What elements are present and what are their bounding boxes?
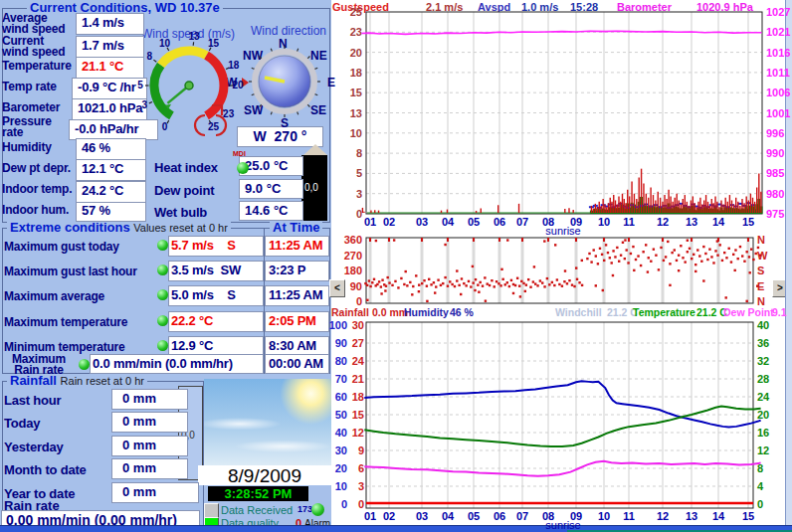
axis-label: 975	[766, 208, 784, 220]
axis-label: S	[757, 265, 764, 276]
axis-label: 07	[516, 510, 528, 522]
axis-label: 14	[712, 216, 725, 228]
axis-label: 06	[494, 216, 505, 228]
axis-label: 10	[350, 127, 362, 139]
axis-label: 03	[416, 216, 428, 228]
axis-label: 12	[657, 510, 669, 522]
svg-text:3: 3	[141, 99, 147, 110]
axis-label: 8	[356, 147, 362, 159]
wind-speed-gauge: 035810131518202325	[133, 32, 245, 139]
axis-label: 6	[358, 462, 364, 474]
axis-label: 80	[335, 355, 347, 367]
axis-label: 1016	[766, 47, 790, 59]
axis-label: 23	[350, 26, 362, 38]
axis-label: 70	[335, 373, 347, 385]
axis-label: 30	[335, 444, 347, 456]
svg-text:15: 15	[208, 38, 220, 49]
axis-label: 02	[383, 216, 395, 228]
axis-label: 15	[350, 87, 362, 98]
axis-label: W	[757, 250, 768, 262]
axis-label: 15	[742, 510, 754, 522]
axis-label: 06	[494, 510, 505, 522]
axis-label: 07	[516, 216, 528, 228]
chart-stat-label: Rainfall	[331, 306, 369, 318]
chart-stat-value: 46 %	[450, 306, 474, 318]
chart-stat-label: Temperature	[633, 306, 695, 318]
axis-label: 32	[757, 355, 769, 367]
axis-label: 12	[352, 427, 364, 439]
axis-label: 3	[356, 188, 362, 200]
axis-label: 13	[686, 216, 697, 228]
axis-label: 21	[352, 373, 364, 385]
svg-text:10: 10	[159, 38, 171, 49]
axis-label: 24	[757, 391, 770, 403]
axis-label: 996	[766, 127, 784, 139]
axis-label: 0	[757, 498, 763, 510]
axis-label: 980	[766, 188, 784, 200]
axis-label: 10	[598, 510, 610, 522]
axis-label: sunrise	[545, 225, 580, 237]
axis-label: 100	[329, 319, 347, 331]
svg-text:23: 23	[223, 108, 235, 119]
axis-label: 10	[598, 216, 610, 228]
chart-stat-value: 9.1	[772, 306, 787, 318]
axis-label: N	[757, 234, 765, 246]
axis-label: 990	[766, 147, 784, 159]
axis-label: 50	[335, 409, 347, 421]
axis-label: 20	[335, 462, 347, 474]
axis-label: 90	[335, 337, 347, 349]
wind-direction-compass	[237, 34, 332, 129]
axis-label: 15	[742, 216, 754, 228]
axis-label: 985	[766, 167, 784, 179]
axis-label: 20	[350, 47, 362, 59]
svg-text:5: 5	[137, 80, 143, 90]
axis-label: 9	[358, 444, 364, 456]
axis-label: 12	[757, 444, 769, 456]
axis-label: 27	[352, 337, 364, 349]
axis-label: 180	[344, 265, 362, 276]
axis-label: sunrise	[545, 519, 580, 531]
chart-stat-label: Humidity	[404, 306, 449, 318]
axis-label: 270	[344, 250, 362, 262]
axis-label: 30	[352, 319, 364, 331]
axis-label: 0	[341, 498, 347, 510]
axis-label: 40	[335, 427, 347, 439]
axis-label: 13	[686, 510, 697, 522]
axis-label: 01	[364, 216, 376, 228]
axis-label: 36	[757, 337, 769, 349]
axis-label: 10	[335, 480, 347, 492]
axis-label: 05	[468, 216, 480, 228]
axis-label: 01	[364, 510, 376, 522]
axis-label: 12	[657, 216, 669, 228]
axis-label: 13	[350, 107, 362, 119]
axis-label: 11	[623, 510, 635, 522]
axis-label: 25	[350, 6, 362, 18]
axis-label: 11	[623, 216, 635, 228]
weather-display-app: Current Conditions, WD 10.37e Extreme co…	[0, 0, 792, 532]
axis-label: 02	[383, 510, 395, 522]
axis-label: 1001	[766, 107, 790, 119]
axis-label: 04	[442, 216, 455, 228]
axis-label: 1027	[766, 6, 790, 18]
svg-text:0: 0	[162, 121, 168, 132]
axis-label: 5	[356, 167, 362, 179]
chart-stat-value: 0.0 mm	[372, 306, 408, 318]
axis-label: 03	[416, 510, 428, 522]
axis-label: 14	[712, 510, 725, 522]
axis-label: 0	[356, 208, 362, 220]
axis-label: 20	[757, 409, 769, 421]
axis-label: 360	[344, 234, 362, 246]
axis-label: 3	[358, 480, 364, 492]
axis-label: 60	[335, 391, 347, 403]
chart-stat-label: Dew Point	[723, 306, 774, 318]
axis-label: 40	[757, 319, 769, 331]
axis-label: 1021	[766, 26, 790, 38]
axis-label: 0	[358, 498, 364, 510]
axis-label: 1006	[766, 87, 790, 98]
svg-text:8: 8	[147, 51, 153, 62]
chart-stat-label: Windchill	[555, 306, 602, 318]
axis-label: 16	[757, 427, 769, 439]
axis-label: 18	[352, 391, 364, 403]
svg-text:13: 13	[189, 32, 201, 42]
svg-text:25: 25	[208, 121, 220, 132]
